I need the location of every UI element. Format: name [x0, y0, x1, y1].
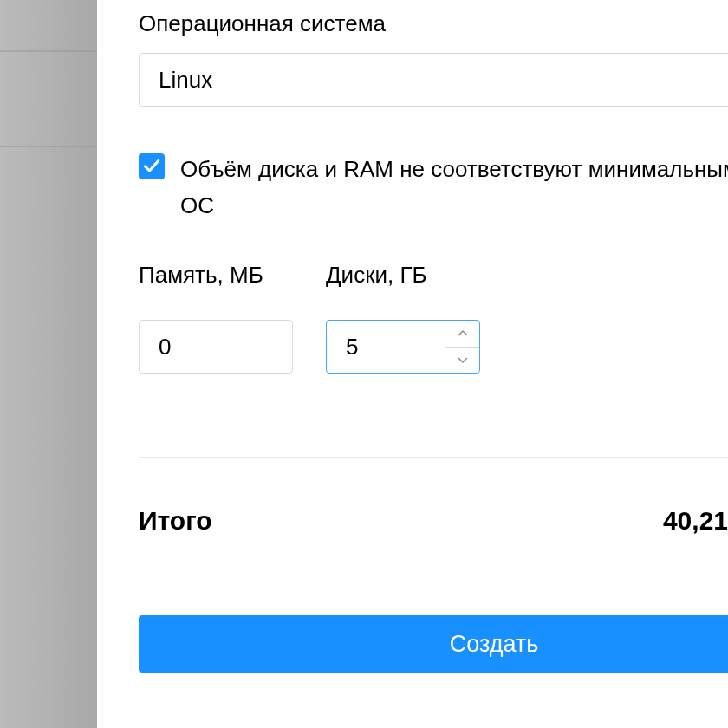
disks-step-down[interactable]: [445, 348, 479, 374]
total-label: Итого: [139, 506, 212, 536]
disks-steppers: [445, 321, 479, 373]
sidebar-divider: [0, 146, 97, 147]
total-row: Итого 40,21: [139, 506, 728, 536]
disks-label: Диски, ГБ: [326, 262, 480, 289]
modal-content: Операционная система Linux Объём диска и…: [139, 0, 728, 673]
sidebar-background: [0, 0, 97, 728]
disks-group: Диски, ГБ: [326, 262, 480, 374]
os-select-value: Linux: [159, 67, 212, 94]
chevron-up-icon: [457, 329, 469, 338]
create-button-label: Создать: [450, 631, 539, 658]
modal-panel: Операционная система Linux Объём диска и…: [97, 0, 728, 728]
chevron-down-icon: [457, 355, 469, 364]
os-select[interactable]: Linux: [139, 53, 728, 107]
memory-group: Память, МБ: [139, 262, 293, 374]
inputs-row: Память, МБ Диски, ГБ: [139, 262, 728, 374]
disks-input-wrapper: [326, 320, 480, 374]
total-value: 40,21: [663, 506, 728, 536]
os-label: Операционная система: [139, 10, 728, 37]
create-button[interactable]: Создать: [139, 615, 728, 673]
warning-checkbox[interactable]: [139, 153, 165, 179]
memory-label: Память, МБ: [139, 262, 293, 289]
warning-checkbox-label: Объём диска и RAM не соответствуют миним…: [180, 152, 728, 224]
warning-checkbox-row: Объём диска и RAM не соответствуют миним…: [139, 152, 728, 224]
divider: [139, 457, 728, 458]
check-icon: [143, 158, 160, 175]
memory-input[interactable]: [139, 320, 293, 374]
sidebar-divider: [0, 50, 97, 52]
disks-step-up[interactable]: [445, 321, 479, 348]
